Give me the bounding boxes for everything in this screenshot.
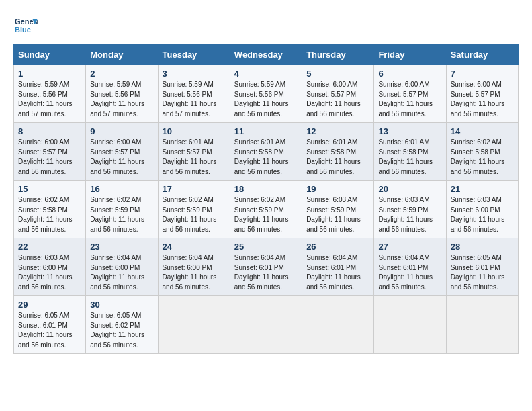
day-detail: Sunrise: 6:04 AMSunset: 6:00 PMDaylight:… [90,254,144,291]
calendar-cell: 17 Sunrise: 6:02 AMSunset: 5:59 PMDaylig… [158,181,230,238]
calendar-cell: 8 Sunrise: 6:00 AMSunset: 5:57 PMDayligh… [14,123,86,181]
day-number: 2 [90,68,153,79]
weekday-header-sunday: Sunday [14,45,86,65]
calendar-cell: 27 Sunrise: 6:04 AMSunset: 6:01 PMDaylig… [374,238,446,296]
calendar-cell: 24 Sunrise: 6:04 AMSunset: 6:00 PMDaylig… [158,238,230,296]
calendar-cell [374,296,446,354]
calendar-table: SundayMondayTuesdayWednesdayThursdayFrid… [13,44,519,354]
calendar-cell: 12 Sunrise: 6:01 AMSunset: 5:58 PMDaylig… [302,123,374,181]
logo-icon: General Blue [13,13,38,38]
day-detail: Sunrise: 6:00 AMSunset: 5:57 PMDaylight:… [378,81,433,118]
day-number: 14 [451,126,514,136]
day-detail: Sunrise: 5:59 AMSunset: 5:56 PMDaylight:… [163,81,217,118]
day-detail: Sunrise: 6:02 AMSunset: 5:58 PMDaylight:… [451,138,505,175]
day-number: 22 [18,242,81,252]
day-number: 11 [234,126,298,136]
calendar-week-3: 15 Sunrise: 6:02 AMSunset: 5:58 PMDaylig… [14,181,519,238]
day-detail: Sunrise: 6:03 AMSunset: 5:59 PMDaylight:… [378,196,433,233]
day-detail: Sunrise: 6:05 AMSunset: 6:01 PMDaylight:… [18,312,73,349]
calendar-cell: 30 Sunrise: 6:05 AMSunset: 6:02 PMDaylig… [86,296,158,354]
day-detail: Sunrise: 6:00 AMSunset: 5:57 PMDaylight:… [90,138,144,175]
day-number: 28 [451,242,514,252]
day-detail: Sunrise: 5:59 AMSunset: 5:56 PMDaylight:… [18,81,73,118]
calendar-cell [230,296,302,354]
day-detail: Sunrise: 6:02 AMSunset: 5:59 PMDaylight:… [163,196,217,233]
calendar-cell: 14 Sunrise: 6:02 AMSunset: 5:58 PMDaylig… [446,123,518,181]
calendar-cell: 1 Sunrise: 5:59 AMSunset: 5:56 PMDayligh… [14,65,86,123]
day-number: 25 [234,242,298,252]
calendar-cell: 22 Sunrise: 6:03 AMSunset: 6:00 PMDaylig… [14,238,86,296]
calendar-cell: 28 Sunrise: 6:05 AMSunset: 6:01 PMDaylig… [446,238,518,296]
calendar-cell: 21 Sunrise: 6:03 AMSunset: 6:00 PMDaylig… [446,181,518,238]
weekday-header-thursday: Thursday [302,45,374,65]
day-detail: Sunrise: 6:00 AMSunset: 5:57 PMDaylight:… [18,138,73,175]
day-number: 16 [90,184,153,194]
day-number: 19 [306,184,369,194]
calendar-cell: 13 Sunrise: 6:01 AMSunset: 5:58 PMDaylig… [374,123,446,181]
calendar-cell: 11 Sunrise: 6:01 AMSunset: 5:58 PMDaylig… [230,123,302,181]
weekday-header-tuesday: Tuesday [158,45,230,65]
day-detail: Sunrise: 6:01 AMSunset: 5:57 PMDaylight:… [163,138,217,175]
day-number: 15 [18,184,81,194]
calendar-cell: 6 Sunrise: 6:00 AMSunset: 5:57 PMDayligh… [374,65,446,123]
calendar-cell: 10 Sunrise: 6:01 AMSunset: 5:57 PMDaylig… [158,123,230,181]
day-detail: Sunrise: 6:03 AMSunset: 5:59 PMDaylight:… [306,196,361,233]
day-detail: Sunrise: 5:59 AMSunset: 5:56 PMDaylight:… [234,81,289,118]
calendar-cell [158,296,230,354]
calendar-cell [446,296,518,354]
calendar-cell: 20 Sunrise: 6:03 AMSunset: 5:59 PMDaylig… [374,181,446,238]
page-header: General Blue [13,13,519,38]
day-number: 6 [378,68,441,79]
calendar-week-5: 29 Sunrise: 6:05 AMSunset: 6:01 PMDaylig… [14,296,519,354]
day-number: 17 [163,184,226,194]
svg-text:Blue: Blue [15,26,31,34]
calendar-cell: 5 Sunrise: 6:00 AMSunset: 5:57 PMDayligh… [302,65,374,123]
calendar-week-4: 22 Sunrise: 6:03 AMSunset: 6:00 PMDaylig… [14,238,519,296]
calendar-cell: 2 Sunrise: 5:59 AMSunset: 5:56 PMDayligh… [86,65,158,123]
day-number: 20 [378,184,441,194]
calendar-cell: 29 Sunrise: 6:05 AMSunset: 6:01 PMDaylig… [14,296,86,354]
day-number: 26 [306,242,369,252]
day-detail: Sunrise: 6:02 AMSunset: 5:58 PMDaylight:… [18,196,73,233]
logo: General Blue [13,13,42,38]
day-number: 24 [163,242,226,252]
day-detail: Sunrise: 6:00 AMSunset: 5:57 PMDaylight:… [306,81,361,118]
day-detail: Sunrise: 6:04 AMSunset: 6:01 PMDaylight:… [378,254,433,291]
day-detail: Sunrise: 6:03 AMSunset: 6:00 PMDaylight:… [451,196,505,233]
calendar-cell: 25 Sunrise: 6:04 AMSunset: 6:01 PMDaylig… [230,238,302,296]
calendar-cell: 16 Sunrise: 6:02 AMSunset: 5:59 PMDaylig… [86,181,158,238]
day-number: 29 [18,300,81,310]
calendar-week-2: 8 Sunrise: 6:00 AMSunset: 5:57 PMDayligh… [14,123,519,181]
calendar-week-1: 1 Sunrise: 5:59 AMSunset: 5:56 PMDayligh… [14,65,519,123]
day-detail: Sunrise: 6:03 AMSunset: 6:00 PMDaylight:… [18,254,73,291]
day-number: 18 [234,184,298,194]
day-number: 12 [306,126,369,136]
day-number: 8 [18,126,81,136]
day-detail: Sunrise: 6:04 AMSunset: 6:01 PMDaylight:… [234,254,289,291]
day-number: 4 [234,68,298,79]
day-detail: Sunrise: 6:02 AMSunset: 5:59 PMDaylight:… [234,196,289,233]
day-detail: Sunrise: 6:01 AMSunset: 5:58 PMDaylight:… [234,138,289,175]
day-detail: Sunrise: 6:04 AMSunset: 6:00 PMDaylight:… [163,254,217,291]
day-number: 27 [378,242,441,252]
day-number: 3 [163,68,226,79]
day-number: 5 [306,68,369,79]
day-detail: Sunrise: 5:59 AMSunset: 5:56 PMDaylight:… [90,81,144,118]
day-number: 13 [378,126,441,136]
day-detail: Sunrise: 6:01 AMSunset: 5:58 PMDaylight:… [378,138,433,175]
calendar-header-row: SundayMondayTuesdayWednesdayThursdayFrid… [14,45,519,65]
weekday-header-friday: Friday [374,45,446,65]
day-number: 21 [451,184,514,194]
calendar-cell: 18 Sunrise: 6:02 AMSunset: 5:59 PMDaylig… [230,181,302,238]
calendar-cell: 19 Sunrise: 6:03 AMSunset: 5:59 PMDaylig… [302,181,374,238]
day-detail: Sunrise: 6:01 AMSunset: 5:58 PMDaylight:… [306,138,361,175]
day-detail: Sunrise: 6:05 AMSunset: 6:02 PMDaylight:… [90,312,144,349]
calendar-cell: 26 Sunrise: 6:04 AMSunset: 6:01 PMDaylig… [302,238,374,296]
calendar-cell: 9 Sunrise: 6:00 AMSunset: 5:57 PMDayligh… [86,123,158,181]
day-detail: Sunrise: 6:02 AMSunset: 5:59 PMDaylight:… [90,196,144,233]
calendar-cell: 7 Sunrise: 6:00 AMSunset: 5:57 PMDayligh… [446,65,518,123]
day-number: 7 [451,68,514,79]
calendar-cell: 4 Sunrise: 5:59 AMSunset: 5:56 PMDayligh… [230,65,302,123]
weekday-header-monday: Monday [86,45,158,65]
day-number: 9 [90,126,153,136]
